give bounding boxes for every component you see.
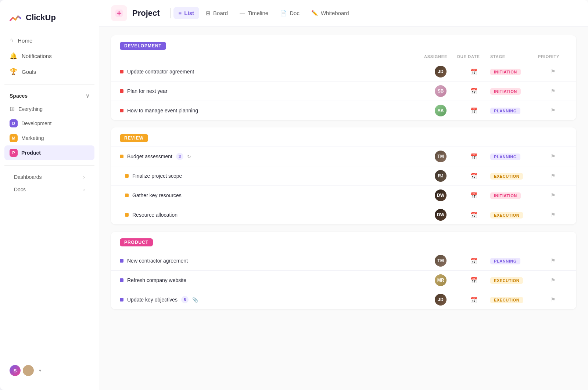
flag-icon[interactable]: ⚑ xyxy=(538,296,567,303)
subtask-count: 3 xyxy=(176,153,183,160)
section-review: REVIEW Budget assessment 3 ↻ TM 📅 PLANNI… xyxy=(111,127,576,224)
divider xyxy=(4,84,94,85)
flag-icon[interactable]: ⚑ xyxy=(538,277,567,284)
whiteboard-icon: ✏️ xyxy=(311,10,318,17)
stage-badge: EXECUTION xyxy=(490,277,538,284)
bell-icon: 🔔 xyxy=(10,52,17,60)
flag-icon[interactable]: ⚑ xyxy=(538,107,567,114)
task-name: Update contractor agreement xyxy=(120,69,424,75)
table-row[interactable]: Budget assessment 3 ↻ TM 📅 PLANNING ⚑ xyxy=(111,147,576,166)
task-name: Plan for next year xyxy=(120,88,424,94)
board-icon: ⊞ xyxy=(206,10,211,17)
sidebar-item-product[interactable]: P Product xyxy=(4,145,94,160)
stage-badge: EXECUTION xyxy=(490,212,538,218)
table-row[interactable]: How to manage event planning AK 📅 PLANNI… xyxy=(111,101,576,120)
flag-icon[interactable]: ⚑ xyxy=(538,153,567,160)
due-date-icon[interactable]: 📅 xyxy=(457,296,490,303)
flag-icon[interactable]: ⚑ xyxy=(538,68,567,75)
section-product: PRODUCT New contractor agreement TM 📅 PL… xyxy=(111,232,576,309)
section-label: PRODUCT xyxy=(120,238,153,246)
due-date-icon[interactable]: 📅 xyxy=(457,277,490,284)
section-label: DEVELOPMENT xyxy=(120,42,166,50)
stage-badge: PLANNING xyxy=(490,107,538,114)
dashboards-label: Dashboards xyxy=(14,174,42,180)
main-header: Project ≡ List ⊞ Board — Timeline 📄 Doc … xyxy=(99,0,588,26)
priority-dot xyxy=(120,155,123,158)
app-name: ClickUp xyxy=(26,13,56,22)
project-title: Project xyxy=(132,8,160,18)
table-row[interactable]: Update contractor agreement JD 📅 INITIAT… xyxy=(111,62,576,81)
stage-badge: INITIATION xyxy=(490,88,538,94)
avatar: MR xyxy=(435,274,447,286)
flag-icon[interactable]: ⚑ xyxy=(538,88,567,94)
flag-icon[interactable]: ⚑ xyxy=(538,257,567,264)
table-row[interactable]: New contractor agreement TM 📅 PLANNING ⚑ xyxy=(111,251,576,270)
doc-icon: 📄 xyxy=(280,10,287,17)
user-menu-chevron[interactable]: ▾ xyxy=(39,368,41,373)
due-date-icon[interactable]: 📅 xyxy=(457,173,490,180)
main-nav: ⌂ Home 🔔 Notifications 🏆 Goals xyxy=(0,33,99,79)
table-row[interactable]: Plan for next year SB 📅 INITIATION ⚑ xyxy=(111,81,576,101)
sidebar-item-everything[interactable]: ⊞ Everything xyxy=(4,102,94,116)
table-columns: ASSIGNEE DUE DATE STAGE PRIORITY xyxy=(111,54,576,62)
tab-whiteboard[interactable]: ✏️ Whiteboard xyxy=(306,7,354,19)
priority-dot xyxy=(125,174,129,178)
due-date-icon[interactable]: 📅 xyxy=(457,107,490,114)
avatar: JD xyxy=(435,294,447,306)
due-date-icon[interactable]: 📅 xyxy=(457,68,490,75)
list-icon: ≡ xyxy=(179,10,182,16)
priority-dot xyxy=(120,70,123,73)
task-name: Budget assessment 3 ↻ xyxy=(120,153,424,160)
refresh-icon: ↻ xyxy=(187,154,191,159)
due-date-icon[interactable]: 📅 xyxy=(457,153,490,160)
stage-badge: EXECUTION xyxy=(490,296,538,303)
col-assignee: ASSIGNEE xyxy=(424,54,457,59)
tab-list[interactable]: ≡ List xyxy=(173,7,199,19)
flag-icon[interactable]: ⚑ xyxy=(538,192,567,199)
task-list-content: DEVELOPMENT ASSIGNEE DUE DATE STAGE PRIO… xyxy=(99,26,588,390)
due-date-icon[interactable]: 📅 xyxy=(457,257,490,264)
stage-badge: INITIATION xyxy=(490,68,538,75)
sidebar-item-dashboards[interactable]: Dashboards › xyxy=(4,171,94,183)
header-divider xyxy=(170,8,171,18)
section-header: DEVELOPMENT xyxy=(111,35,576,54)
avatar: DW xyxy=(435,209,447,221)
task-name: How to manage event planning xyxy=(120,108,424,113)
task-name: Update key objectives 5 📎 xyxy=(120,296,424,303)
chevron-right-icon: › xyxy=(83,174,85,180)
everything-label: Everything xyxy=(18,106,43,112)
sidebar-item-goals[interactable]: 🏆 Goals xyxy=(4,64,94,79)
task-name: New contractor agreement xyxy=(120,258,424,264)
project-icon xyxy=(114,8,124,18)
sidebar: ClickUp ⌂ Home 🔔 Notifications 🏆 Goals S… xyxy=(0,0,99,390)
sidebar-item-notifications[interactable]: 🔔 Notifications xyxy=(4,48,94,64)
tab-board[interactable]: ⊞ Board xyxy=(201,7,233,19)
subtask-count: 5 xyxy=(181,296,189,303)
spaces-header[interactable]: Spaces ∨ xyxy=(0,90,99,102)
due-date-icon[interactable]: 📅 xyxy=(457,212,490,219)
sidebar-item-development[interactable]: D Development xyxy=(4,116,94,131)
table-row[interactable]: Resource allocation DW 📅 EXECUTION ⚑ xyxy=(111,205,576,224)
section-development: DEVELOPMENT ASSIGNEE DUE DATE STAGE PRIO… xyxy=(111,35,576,120)
task-name: Gather key resources xyxy=(120,192,424,198)
priority-dot xyxy=(120,278,123,282)
sidebar-item-docs[interactable]: Docs › xyxy=(4,183,94,196)
tab-timeline[interactable]: — Timeline xyxy=(234,7,273,19)
section-header: PRODUCT xyxy=(111,232,576,251)
table-row[interactable]: Update key objectives 5 📎 JD 📅 EXECUTION… xyxy=(111,290,576,309)
priority-dot xyxy=(120,89,123,93)
avatar: AK xyxy=(435,105,447,116)
sidebar-item-home[interactable]: ⌂ Home xyxy=(4,33,94,48)
flag-icon[interactable]: ⚑ xyxy=(538,212,567,218)
sidebar-item-marketing[interactable]: M Marketing xyxy=(4,131,94,145)
flag-icon[interactable]: ⚑ xyxy=(538,173,567,179)
tab-doc[interactable]: 📄 Doc xyxy=(275,7,305,19)
due-date-icon[interactable]: 📅 xyxy=(457,192,490,199)
table-row[interactable]: Finalize project scope RJ 📅 EXECUTION ⚑ xyxy=(111,166,576,185)
table-row[interactable]: Refresh company website MR 📅 EXECUTION ⚑ xyxy=(111,270,576,290)
due-date-icon[interactable]: 📅 xyxy=(457,88,490,95)
spaces-list: ⊞ Everything D Development M Marketing P… xyxy=(0,102,99,160)
home-icon: ⌂ xyxy=(10,37,13,44)
table-row[interactable]: Gather key resources DW 📅 INITIATION ⚑ xyxy=(111,185,576,205)
tab-label: Board xyxy=(213,10,228,16)
